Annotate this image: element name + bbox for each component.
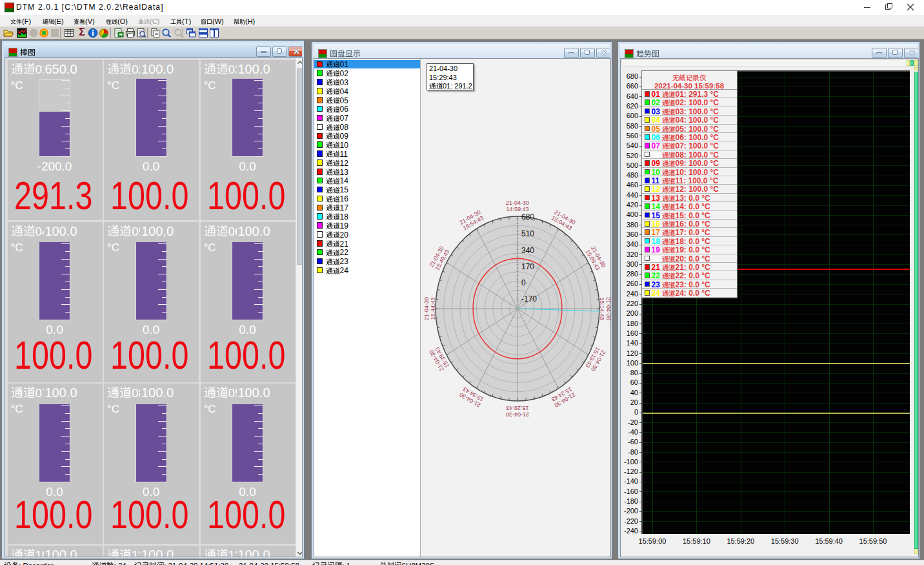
svg-text:-170: -170 xyxy=(521,294,537,303)
svg-text:680: 680 xyxy=(521,212,534,221)
svg-text:170: 170 xyxy=(521,262,534,271)
svg-text:510: 510 xyxy=(521,229,534,238)
svg-text:340: 340 xyxy=(521,246,534,255)
svg-text:0: 0 xyxy=(521,278,526,287)
